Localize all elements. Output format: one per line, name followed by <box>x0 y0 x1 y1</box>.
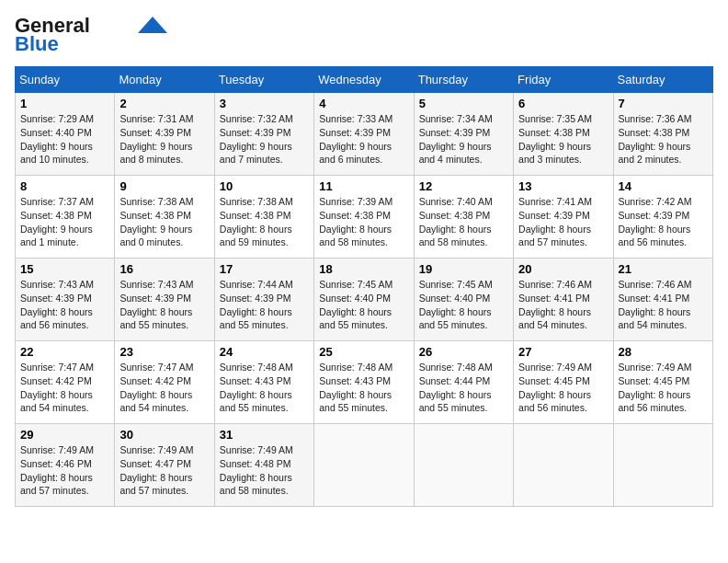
calendar-day-cell: 7Sunrise: 7:36 AM Sunset: 4:38 PM Daylig… <box>613 93 712 176</box>
day-number: 12 <box>419 179 508 193</box>
day-number: 19 <box>419 262 508 276</box>
calendar-day-cell: 17Sunrise: 7:44 AM Sunset: 4:39 PM Dayli… <box>214 259 313 341</box>
day-info: Sunrise: 7:48 AM Sunset: 4:43 PM Dayligh… <box>319 361 408 415</box>
day-info: Sunrise: 7:34 AM Sunset: 4:39 PM Dayligh… <box>419 112 508 167</box>
calendar-week-row: 15Sunrise: 7:43 AM Sunset: 4:39 PM Dayli… <box>16 259 713 341</box>
day-number: 24 <box>220 345 309 359</box>
calendar-day-cell: 31Sunrise: 7:49 AM Sunset: 4:48 PM Dayli… <box>214 424 313 507</box>
calendar-day-cell: 15Sunrise: 7:43 AM Sunset: 4:39 PM Dayli… <box>16 259 115 341</box>
calendar-day-cell: 3Sunrise: 7:32 AM Sunset: 4:39 PM Daylig… <box>214 93 313 176</box>
calendar-day-cell <box>414 424 513 507</box>
calendar-day-cell: 10Sunrise: 7:38 AM Sunset: 4:38 PM Dayli… <box>214 176 313 259</box>
calendar-day-cell: 8Sunrise: 7:37 AM Sunset: 4:38 PM Daylig… <box>16 176 115 259</box>
calendar-day-cell: 18Sunrise: 7:45 AM Sunset: 4:40 PM Dayli… <box>314 259 414 341</box>
day-number: 8 <box>20 179 109 193</box>
day-number: 29 <box>20 428 109 442</box>
day-number: 23 <box>119 345 209 359</box>
day-info: Sunrise: 7:47 AM Sunset: 4:42 PM Dayligh… <box>119 361 209 415</box>
calendar-week-row: 1Sunrise: 7:29 AM Sunset: 4:40 PM Daylig… <box>16 93 713 176</box>
day-info: Sunrise: 7:46 AM Sunset: 4:41 PM Dayligh… <box>619 278 708 332</box>
day-info: Sunrise: 7:45 AM Sunset: 4:40 PM Dayligh… <box>319 278 408 332</box>
dow-header: Friday <box>514 67 613 93</box>
calendar-day-cell: 16Sunrise: 7:43 AM Sunset: 4:39 PM Dayli… <box>115 259 214 341</box>
day-number: 9 <box>119 179 209 193</box>
logo-icon <box>138 17 167 33</box>
page-header: General Blue <box>15 15 713 55</box>
calendar-day-cell <box>314 424 414 507</box>
calendar-week-row: 22Sunrise: 7:47 AM Sunset: 4:42 PM Dayli… <box>16 341 713 424</box>
day-info: Sunrise: 7:48 AM Sunset: 4:44 PM Dayligh… <box>419 361 508 415</box>
logo-blue: Blue <box>15 33 59 55</box>
day-info: Sunrise: 7:33 AM Sunset: 4:39 PM Dayligh… <box>319 112 408 167</box>
dow-header: Wednesday <box>314 67 414 93</box>
dow-header: Thursday <box>414 67 513 93</box>
day-number: 21 <box>619 262 708 276</box>
day-info: Sunrise: 7:41 AM Sunset: 4:39 PM Dayligh… <box>518 195 608 249</box>
day-number: 18 <box>319 262 408 276</box>
day-number: 30 <box>119 428 209 442</box>
day-info: Sunrise: 7:40 AM Sunset: 4:38 PM Dayligh… <box>419 195 508 249</box>
day-number: 2 <box>119 97 209 110</box>
calendar-body: 1Sunrise: 7:29 AM Sunset: 4:40 PM Daylig… <box>16 93 713 507</box>
calendar-day-cell: 28Sunrise: 7:49 AM Sunset: 4:45 PM Dayli… <box>613 341 712 424</box>
day-number: 22 <box>20 345 109 359</box>
day-number: 25 <box>319 345 408 359</box>
day-info: Sunrise: 7:42 AM Sunset: 4:39 PM Dayligh… <box>619 195 708 249</box>
day-number: 14 <box>619 179 708 193</box>
day-number: 6 <box>518 97 608 110</box>
calendar-day-cell: 21Sunrise: 7:46 AM Sunset: 4:41 PM Dayli… <box>613 259 712 341</box>
day-number: 20 <box>518 262 608 276</box>
day-info: Sunrise: 7:37 AM Sunset: 4:38 PM Dayligh… <box>20 195 109 249</box>
calendar-table: SundayMondayTuesdayWednesdayThursdayFrid… <box>15 66 713 507</box>
day-number: 10 <box>220 179 309 193</box>
calendar-day-cell: 5Sunrise: 7:34 AM Sunset: 4:39 PM Daylig… <box>414 93 513 176</box>
day-info: Sunrise: 7:43 AM Sunset: 4:39 PM Dayligh… <box>20 278 109 332</box>
svg-marker-0 <box>138 17 167 33</box>
calendar-day-cell: 11Sunrise: 7:39 AM Sunset: 4:38 PM Dayli… <box>314 176 414 259</box>
calendar-day-cell: 23Sunrise: 7:47 AM Sunset: 4:42 PM Dayli… <box>115 341 214 424</box>
day-number: 13 <box>518 179 608 193</box>
calendar-week-row: 29Sunrise: 7:49 AM Sunset: 4:46 PM Dayli… <box>16 424 713 507</box>
day-info: Sunrise: 7:49 AM Sunset: 4:47 PM Dayligh… <box>119 443 209 498</box>
day-number: 5 <box>419 97 508 110</box>
day-info: Sunrise: 7:43 AM Sunset: 4:39 PM Dayligh… <box>119 278 209 332</box>
day-info: Sunrise: 7:49 AM Sunset: 4:45 PM Dayligh… <box>518 361 608 415</box>
day-info: Sunrise: 7:38 AM Sunset: 4:38 PM Dayligh… <box>119 195 209 249</box>
day-info: Sunrise: 7:49 AM Sunset: 4:46 PM Dayligh… <box>20 443 109 498</box>
day-info: Sunrise: 7:38 AM Sunset: 4:38 PM Dayligh… <box>220 195 309 249</box>
day-info: Sunrise: 7:49 AM Sunset: 4:45 PM Dayligh… <box>619 361 708 415</box>
dow-header: Saturday <box>613 67 712 93</box>
calendar-day-cell: 19Sunrise: 7:45 AM Sunset: 4:40 PM Dayli… <box>414 259 513 341</box>
day-info: Sunrise: 7:49 AM Sunset: 4:48 PM Dayligh… <box>220 443 309 498</box>
calendar-day-cell: 13Sunrise: 7:41 AM Sunset: 4:39 PM Dayli… <box>514 176 613 259</box>
day-info: Sunrise: 7:29 AM Sunset: 4:40 PM Dayligh… <box>20 112 109 167</box>
day-number: 27 <box>518 345 608 359</box>
day-number: 1 <box>20 97 109 110</box>
day-number: 7 <box>619 97 708 110</box>
day-info: Sunrise: 7:48 AM Sunset: 4:43 PM Dayligh… <box>220 361 309 415</box>
calendar-day-cell <box>613 424 712 507</box>
day-number: 31 <box>220 428 309 442</box>
day-number: 16 <box>119 262 209 276</box>
calendar-week-row: 8Sunrise: 7:37 AM Sunset: 4:38 PM Daylig… <box>16 176 713 259</box>
dow-header: Sunday <box>16 67 115 93</box>
dow-header: Monday <box>115 67 214 93</box>
day-info: Sunrise: 7:47 AM Sunset: 4:42 PM Dayligh… <box>20 361 109 415</box>
day-info: Sunrise: 7:46 AM Sunset: 4:41 PM Dayligh… <box>518 278 608 332</box>
calendar-day-cell: 12Sunrise: 7:40 AM Sunset: 4:38 PM Dayli… <box>414 176 513 259</box>
day-number: 11 <box>319 179 408 193</box>
calendar-day-cell: 14Sunrise: 7:42 AM Sunset: 4:39 PM Dayli… <box>613 176 712 259</box>
calendar-day-cell: 27Sunrise: 7:49 AM Sunset: 4:45 PM Dayli… <box>514 341 613 424</box>
calendar-day-cell: 22Sunrise: 7:47 AM Sunset: 4:42 PM Dayli… <box>16 341 115 424</box>
day-info: Sunrise: 7:44 AM Sunset: 4:39 PM Dayligh… <box>220 278 309 332</box>
calendar-day-cell: 1Sunrise: 7:29 AM Sunset: 4:40 PM Daylig… <box>16 93 115 176</box>
day-info: Sunrise: 7:31 AM Sunset: 4:39 PM Dayligh… <box>119 112 209 167</box>
calendar-day-cell <box>514 424 613 507</box>
day-number: 28 <box>619 345 708 359</box>
calendar-day-cell: 25Sunrise: 7:48 AM Sunset: 4:43 PM Dayli… <box>314 341 414 424</box>
calendar-day-cell: 4Sunrise: 7:33 AM Sunset: 4:39 PM Daylig… <box>314 93 414 176</box>
dow-header: Tuesday <box>214 67 313 93</box>
calendar-day-cell: 20Sunrise: 7:46 AM Sunset: 4:41 PM Dayli… <box>514 259 613 341</box>
day-number: 15 <box>20 262 109 276</box>
calendar-day-cell: 9Sunrise: 7:38 AM Sunset: 4:38 PM Daylig… <box>115 176 214 259</box>
